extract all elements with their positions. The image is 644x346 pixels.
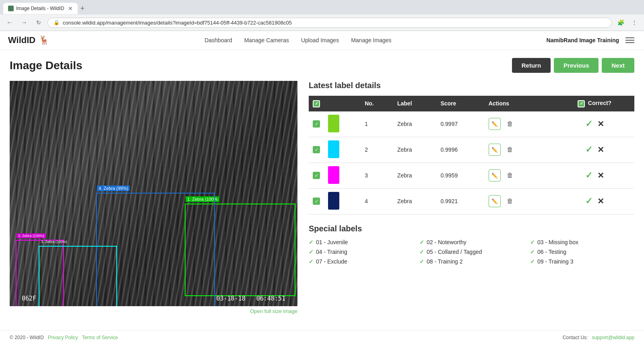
detection-label-4: 3. Zebra (100%) [39,239,69,244]
correct-x-2[interactable]: ✕ [597,171,604,180]
special-label-check-8: ✓ [530,258,535,265]
hamburger-line-3 [625,42,634,43]
table-row: ✓ 4 Zebra 0.9921 ✏️ 🗑 ✓ ✕ [309,188,634,214]
open-full-image-link[interactable]: Open full size image [250,308,297,314]
delete-button-2[interactable]: 🗑 [504,169,516,181]
nav-manage-cameras[interactable]: Manage Cameras [244,37,289,43]
browser-menu-icons: 🧩 ⋮ [615,17,640,28]
header-correct-col: ✓ Correct? [555,96,634,111]
row-checkbox-cell-3: ✓ [309,188,324,214]
header-checkbox[interactable]: ✓ [313,100,320,107]
detection-box-4: 3. Zebra (100%) [39,246,117,306]
edit-button-2[interactable]: ✏️ [489,169,501,181]
delete-button-3[interactable]: 🗑 [504,195,516,207]
delete-button-1[interactable]: 🗑 [504,144,516,156]
logo-area: WildID 🦌 [8,35,50,45]
special-label-item: ✓ 04 - Training [309,249,413,255]
edit-button-1[interactable]: ✏️ [489,144,501,156]
page-title: Image Details [10,59,83,72]
tab-close-icon[interactable]: ✕ [68,5,73,12]
nav-upload-images[interactable]: Upload Images [301,37,339,43]
page-title-row: Image Details Return Previous Next [10,58,634,73]
hamburger-line-2 [625,40,634,41]
special-label-text-5: 06 - Testing [537,249,566,255]
row-no-3: 4 [361,188,393,214]
footer-contact-text: Contact Us: [563,335,588,340]
content-row: 1. Zebra (100% 4. Zebra (99%) 3. Zebra (… [10,81,634,314]
row-color-cell-2 [324,163,361,188]
next-button[interactable]: Next [602,58,634,73]
tab-favicon [8,6,14,11]
row-correct-cell-3: ✓ ✕ [555,188,634,214]
special-label-text-7: 08 - Training 2 [427,258,463,265]
address-bar[interactable]: 🔒 console.wildid.app/management/images/d… [47,18,612,28]
special-label-check-2: ✓ [530,239,535,245]
image-datetime: 03-18-18 06:48:51 [216,295,285,302]
row-checkbox-0[interactable]: ✓ [313,120,320,128]
correct-label: Correct? [588,100,611,106]
row-checkbox-2[interactable]: ✓ [313,172,320,179]
special-label-check-6: ✓ [309,258,314,265]
footer-right: Contact Us: support@wildid.app [563,335,634,340]
new-tab-button[interactable]: + [80,4,85,13]
browser-tab-active[interactable]: Image Details - WildID ✕ [3,3,78,14]
special-label-item: ✓ 09 - Training 3 [530,258,634,265]
tab-title: Image Details - WildID [16,6,64,11]
forward-button[interactable]: → [19,17,30,28]
hamburger-menu-button[interactable] [624,36,636,45]
hamburger-line-1 [625,37,634,38]
correct-header-checkbox[interactable]: ✓ [578,100,585,107]
return-button[interactable]: Return [512,58,551,73]
special-label-item: ✓ 01 - Juvenile [309,239,413,245]
correct-check-1[interactable]: ✓ [585,144,592,154]
nav-dashboard[interactable]: Dashboard [204,37,232,43]
row-actions-1: ✏️ 🗑 [485,137,555,163]
special-label-text-4: 05 - Collared / Tagged [427,249,482,255]
extensions-button[interactable]: 🧩 [615,17,626,28]
row-score-0: 0.9997 [436,111,484,137]
delete-button-0[interactable]: 🗑 [504,118,516,130]
footer-terms-link[interactable]: Terms of Service [82,335,118,340]
footer-privacy-link[interactable]: Privacy Policy [48,335,78,340]
row-no-1: 2 [361,137,393,163]
correct-x-1[interactable]: ✕ [597,145,604,154]
reload-button[interactable]: ↻ [33,17,44,28]
edit-button-3[interactable]: ✏️ [489,195,501,207]
row-checkbox-cell-0: ✓ [309,111,324,137]
special-label-check-0: ✓ [309,239,314,245]
edit-button-0[interactable]: ✏️ [489,118,501,130]
special-labels-grid: ✓ 01 - Juvenile✓ 02 - Noteworthy✓ 03 - M… [309,239,634,265]
correct-check-2[interactable]: ✓ [585,170,592,180]
special-label-item: ✓ 05 - Collared / Tagged [419,249,524,255]
open-full-link-container: Open full size image [10,308,297,314]
special-label-item: ✓ 07 - Exclude [309,258,413,265]
special-label-check-5: ✓ [530,249,535,255]
labels-section-title: Latest label details [309,81,634,90]
row-correct-cell-1: ✓ ✕ [555,137,634,163]
main-nav: Dashboard Manage Cameras Upload Images M… [50,37,546,43]
row-color-cell-0 [324,111,361,137]
correct-x-0[interactable]: ✕ [597,119,604,128]
nav-manage-images[interactable]: Manage Images [351,37,391,43]
row-actions-0: ✏️ 🗑 [485,111,555,137]
browser-tab-bar: Image Details - WildID ✕ + [0,0,644,14]
previous-button[interactable]: Previous [554,58,599,73]
header-checkbox-col: ✓ [309,96,324,111]
main-content: Image Details Return Previous Next 1. Ze… [0,50,644,322]
footer-contact-email[interactable]: support@wildid.app [592,335,634,340]
row-no-0: 1 [361,111,393,137]
row-score-3: 0.9921 [436,188,484,214]
back-button[interactable]: ← [4,17,15,28]
browser-menu-button[interactable]: ⋮ [629,17,640,28]
header-right: NamibRand Image Training [547,36,636,45]
special-label-item: ✓ 03 - Missing box [530,239,634,245]
correct-check-3[interactable]: ✓ [585,196,592,206]
row-checkbox-1[interactable]: ✓ [313,146,320,153]
row-checkbox-3[interactable]: ✓ [313,198,320,205]
header-no-col: No. [361,96,393,111]
correct-x-3[interactable]: ✕ [597,197,604,206]
correct-check-0[interactable]: ✓ [585,119,592,129]
table-header-row: ✓ No. Label Score Actions ✓ Correct? [309,96,634,111]
url-text: console.wildid.app/management/images/det… [63,20,292,26]
row-color-cell-3 [324,188,361,214]
